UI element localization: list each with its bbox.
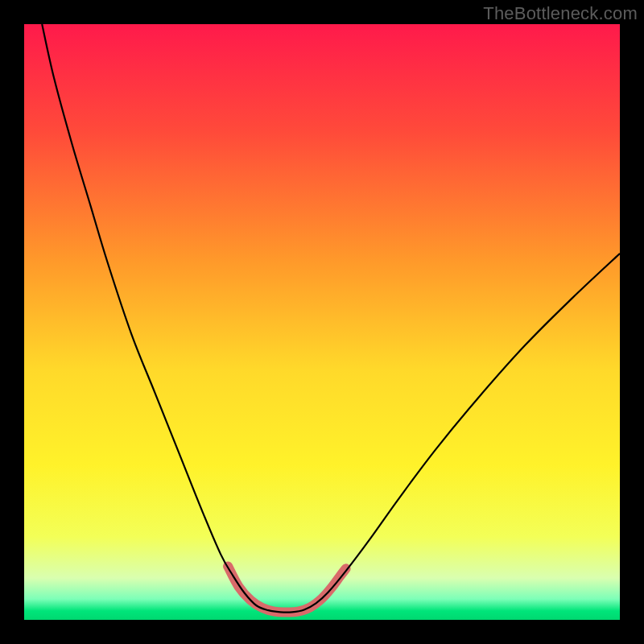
watermark-text: TheBottleneck.com [483,3,638,24]
plot-area [24,24,620,620]
gradient-background [24,24,620,620]
chart-frame: TheBottleneck.com [0,0,644,644]
chart-svg [24,24,620,620]
